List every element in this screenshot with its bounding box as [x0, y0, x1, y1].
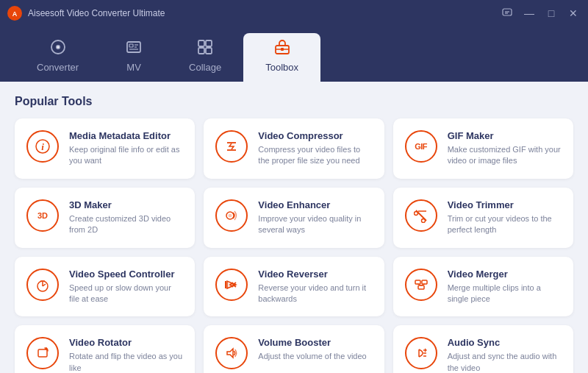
video-rotator-desc: Rotate and flip the video as you like [69, 351, 183, 373]
video-speed-icon [26, 269, 59, 301]
svg-point-25 [229, 213, 232, 217]
tool-card-video-merger[interactable]: Video Merger Merge multiple clips into a… [393, 257, 573, 317]
tool-card-media-metadata-editor[interactable]: i Media Metadata Editor Keep original fi… [15, 118, 195, 179]
svg-rect-19 [281, 48, 284, 51]
tab-toolbox-label: Toolbox [265, 62, 298, 73]
title-bar: A Aiseesoft Video Converter Ultimate — □… [0, 0, 588, 26]
tab-collage[interactable]: Collage [167, 33, 243, 82]
video-merger-desc: Merge multiple clips into a single piece [448, 283, 562, 305]
video-compressor-info: Video Compressor Compress your video fil… [258, 130, 372, 167]
tool-card-video-rotator[interactable]: Video Rotator Rotate and flip the video … [15, 325, 195, 373]
tool-card-3d-maker[interactable]: 3D 3D Maker Create customized 3D video f… [15, 188, 195, 248]
volume-booster-name: Volume Booster [258, 337, 372, 348]
tool-card-gif-maker[interactable]: GIF GIF Maker Make customized GIF with y… [393, 118, 573, 179]
svg-point-7 [57, 46, 58, 48]
tool-card-video-compressor[interactable]: Video Compressor Compress your video fil… [204, 118, 384, 179]
video-merger-name: Video Merger [448, 269, 562, 280]
tool-card-audio-sync[interactable]: Audio Sync Adjust and sync the audio wit… [393, 325, 573, 373]
video-speed-desc: Speed up or slow down your file at ease [69, 283, 183, 305]
media-metadata-info: Media Metadata Editor Keep original file… [69, 130, 183, 167]
volume-booster-info: Volume Booster Adjust the volume of the … [258, 337, 372, 362]
tab-mv[interactable]: MV [101, 33, 167, 82]
tab-collage-label: Collage [189, 62, 221, 73]
video-enhancer-info: Video Enhancer Improve your video qualit… [258, 199, 372, 236]
volume-booster-icon [215, 337, 248, 369]
media-metadata-name: Media Metadata Editor [69, 130, 183, 141]
video-trimmer-desc: Trim or cut your videos to the perfect l… [448, 213, 562, 236]
title-bar-controls: — □ ✕ [500, 6, 581, 21]
video-reverser-name: Video Reverser [258, 269, 372, 280]
gif-maker-desc: Make customized GIF with your video or i… [448, 144, 562, 167]
video-merger-icon [405, 269, 437, 301]
svg-rect-9 [129, 44, 133, 47]
svg-text:i: i [41, 141, 44, 152]
svg-rect-15 [198, 48, 204, 54]
3d-maker-info: 3D Maker Create customized 3D video from… [69, 199, 183, 236]
video-rotator-name: Video Rotator [69, 337, 183, 348]
tools-grid: i Media Metadata Editor Keep original fi… [15, 118, 573, 373]
media-metadata-icon: i [26, 130, 59, 163]
3d-maker-icon: 3D [26, 199, 59, 232]
media-metadata-desc: Keep original file info or edit as you w… [69, 144, 183, 167]
svg-point-28 [421, 219, 425, 222]
svg-rect-40 [418, 285, 424, 289]
svg-rect-38 [415, 280, 420, 284]
chat-button[interactable] [500, 6, 514, 21]
tool-card-video-enhancer[interactable]: Video Enhancer Improve your video qualit… [204, 188, 384, 248]
video-compressor-icon [215, 130, 248, 163]
svg-point-27 [414, 211, 417, 215]
collage-icon [197, 39, 213, 59]
video-merger-info: Video Merger Merge multiple clips into a… [448, 269, 562, 305]
svg-marker-44 [227, 349, 233, 358]
video-speed-name: Video Speed Controller [69, 269, 183, 280]
3d-maker-desc: Create customized 3D video from 2D [69, 213, 183, 236]
tab-toolbox[interactable]: Toolbox [243, 33, 320, 82]
video-trimmer-icon [405, 199, 437, 232]
maximize-button[interactable]: □ [544, 6, 559, 21]
app-title: Aiseesoft Video Converter Ultimate [28, 8, 165, 18]
video-trimmer-info: Video Trimmer Trim or cut your videos to… [448, 199, 562, 236]
mv-icon [126, 39, 142, 59]
toolbox-icon [274, 39, 290, 59]
close-button[interactable]: ✕ [566, 6, 581, 21]
main-content: Popular Tools i Media Metadata Editor Ke… [0, 82, 588, 373]
nav-bar: Converter MV Collage [0, 26, 588, 82]
svg-rect-39 [422, 280, 427, 284]
tab-mv-label: MV [126, 62, 141, 73]
tab-converter-label: Converter [37, 62, 79, 73]
3d-maker-name: 3D Maker [69, 199, 183, 210]
video-compressor-name: Video Compressor [258, 130, 372, 141]
video-rotator-icon [26, 337, 59, 369]
section-title: Popular Tools [15, 95, 573, 108]
video-trimmer-name: Video Trimmer [448, 199, 562, 210]
tab-converter[interactable]: Converter [15, 33, 101, 82]
video-enhancer-name: Video Enhancer [258, 199, 372, 210]
converter-icon [50, 39, 66, 59]
svg-rect-14 [206, 40, 212, 46]
svg-rect-16 [206, 48, 212, 54]
svg-rect-13 [198, 40, 204, 46]
video-reverser-info: Video Reverser Reverse your video and tu… [258, 269, 372, 305]
audio-sync-name: Audio Sync [448, 337, 562, 348]
title-bar-left: A Aiseesoft Video Converter Ultimate [7, 6, 165, 21]
tool-card-volume-booster[interactable]: Volume Booster Adjust the volume of the … [204, 325, 384, 373]
video-enhancer-icon [215, 199, 248, 232]
audio-sync-desc: Adjust and sync the audio with the video [448, 351, 562, 373]
volume-booster-desc: Adjust the volume of the video [258, 351, 372, 362]
tool-card-video-speed-controller[interactable]: Video Speed Controller Speed up or slow … [15, 257, 195, 317]
minimize-button[interactable]: — [522, 6, 537, 21]
video-speed-info: Video Speed Controller Speed up or slow … [69, 269, 183, 305]
video-rotator-info: Video Rotator Rotate and flip the video … [69, 337, 183, 373]
video-enhancer-desc: Improve your video quality in several wa… [258, 213, 372, 236]
svg-text:A: A [12, 10, 18, 18]
gif-maker-name: GIF Maker [448, 130, 562, 141]
gif-maker-icon: GIF [405, 130, 437, 163]
svg-rect-43 [38, 349, 47, 357]
gif-maker-info: GIF Maker Make customized GIF with your … [448, 130, 562, 167]
video-reverser-desc: Reverse your video and turn it backwards [258, 283, 372, 305]
audio-sync-info: Audio Sync Adjust and sync the audio wit… [448, 337, 562, 373]
app-logo: A [7, 6, 22, 21]
audio-sync-icon [405, 337, 437, 369]
tool-card-video-trimmer[interactable]: Video Trimmer Trim or cut your videos to… [393, 188, 573, 248]
tool-card-video-reverser[interactable]: Video Reverser Reverse your video and tu… [204, 257, 384, 317]
